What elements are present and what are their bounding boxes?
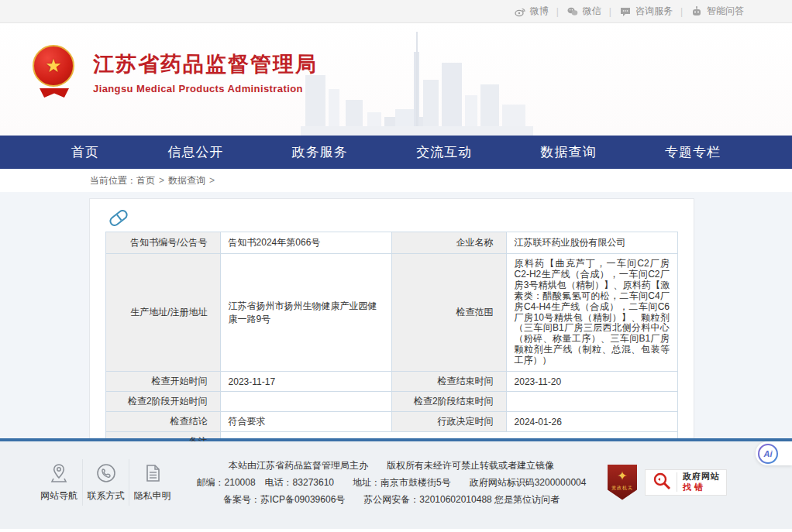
org-title: 江苏省药品监督管理局 xyxy=(93,50,318,78)
table-row: 检查2阶段开始时间 检查2阶段结束时间 xyxy=(106,392,678,412)
topbar-separator: | xyxy=(556,6,559,17)
phone-icon xyxy=(95,462,117,484)
address-value: 江苏省扬州市扬州生物健康产业园健康一路9号 xyxy=(220,254,391,372)
nav-item-gov-services[interactable]: 政务服务 xyxy=(292,143,348,161)
brand-block: ★ 江苏省药品监督管理局 Jiangsu Medical Products Ad… xyxy=(33,45,318,99)
capsule-pill-icon xyxy=(108,208,129,228)
privacy-link[interactable]: 隐私申明 xyxy=(129,459,175,506)
emblem-star-icon: ★ xyxy=(45,57,62,75)
find-error-top-label: 政府网站 xyxy=(683,472,720,481)
notice-no-label: 告知书编号/公告号 xyxy=(106,232,221,254)
weibo-icon xyxy=(514,5,526,18)
nav-item-data-query[interactable]: 数据查询 xyxy=(541,143,597,161)
table-row: 生产地址/注册地址 江苏省扬州市扬州生物健康产业园健康一路9号 检查范围 原料药… xyxy=(106,254,678,372)
table-row: 检查开始时间 2023-11-17 检查结束时间 2023-11-20 xyxy=(106,372,678,392)
company-label: 企业名称 xyxy=(391,232,506,254)
scope-label: 检查范围 xyxy=(391,254,506,372)
weibo-link[interactable]: 微博 xyxy=(514,5,549,18)
footer-line-2: 邮编：210008 电话：83273610 地址：南京市鼓楼街5号 政府网站标识… xyxy=(175,474,608,491)
breadcrumb-data-query-link[interactable]: 数据查询 xyxy=(168,174,205,187)
stage2-end-label: 检查2阶段结束时间 xyxy=(391,392,506,412)
main-content: 告知书编号/公告号 告知书2024年第066号 企业名称 江苏联环药业股份有限公… xyxy=(0,192,792,438)
site-header: ★ 江苏省药品监督管理局 Jiangsu Medical Products Ad… xyxy=(0,23,792,136)
scope-value: 原料药【曲克芦丁，一车间C2厂房C2-H2生产线（合成），一车间C2厂房3号精烘… xyxy=(506,254,677,372)
start-date-label: 检查开始时间 xyxy=(106,372,221,392)
decision-date-label: 行政决定时间 xyxy=(391,412,506,432)
consult-service-label: 咨询服务 xyxy=(635,5,673,18)
chat-bubble-icon xyxy=(619,5,632,18)
shield-label: 党政机关 xyxy=(611,485,633,492)
contact-link[interactable]: 联系方式 xyxy=(82,459,129,506)
end-date-label: 检查结束时间 xyxy=(391,372,506,392)
wechat-link[interactable]: 微信 xyxy=(566,5,601,18)
party-gov-agency-badge[interactable]: ✦ 党政机关 xyxy=(608,465,637,500)
consult-service-link[interactable]: 咨询服务 xyxy=(619,5,673,18)
record-detail-panel: 告知书编号/公告号 告知书2024年第066号 企业名称 江苏联环药业股份有限公… xyxy=(89,198,694,462)
ai-icon: Ai xyxy=(758,444,778,464)
table-row: 告知书编号/公告号 告知书2024年第066号 企业名称 江苏联环药业股份有限公… xyxy=(106,232,678,254)
footer-quick-links: 网站导航 联系方式 隐私申明 xyxy=(36,459,175,506)
map-pin-icon xyxy=(48,462,70,484)
smart-qa-label: 智能问答 xyxy=(707,5,744,18)
site-map-label: 网站导航 xyxy=(40,489,77,503)
find-error-bottom-label: 找错 xyxy=(683,483,720,492)
stage2-start-label: 检查2阶段开始时间 xyxy=(106,392,221,412)
site-footer: 网站导航 联系方式 隐私申明 本站由江苏省药品监督管理局主办 版权所有未经许可禁… xyxy=(0,441,792,529)
top-utility-bar: 微博 | 微信 | 咨询服务 | 智能问答 xyxy=(0,0,792,23)
breadcrumb-separator: > xyxy=(159,175,164,186)
contact-label: 联系方式 xyxy=(88,489,125,503)
stage2-start-value xyxy=(220,392,391,412)
footer-badges: ✦ 党政机关 政府网站 找错 xyxy=(608,465,727,500)
robot-icon xyxy=(690,5,703,18)
ai-assistant-button[interactable]: Ai xyxy=(756,441,792,465)
city-skyline-graphic xyxy=(301,29,533,136)
company-value: 江苏联环药业股份有限公司 xyxy=(506,232,677,254)
table-row: 检查结论 符合要求 行政决定时间 2024-01-26 xyxy=(106,412,678,432)
notice-no-value: 告知书2024年第066号 xyxy=(220,232,391,254)
weibo-label: 微博 xyxy=(530,5,549,18)
address-label: 生产地址/注册地址 xyxy=(106,254,221,372)
footer-line-1: 本站由江苏省药品监督管理局主办 版权所有未经许可禁止转载或者建立镜像 xyxy=(175,457,608,474)
topbar-separator: | xyxy=(609,6,611,17)
start-date-value: 2023-11-17 xyxy=(220,372,391,392)
nav-item-special-topics[interactable]: 专题专栏 xyxy=(665,143,721,161)
nav-item-home[interactable]: 首页 xyxy=(71,143,99,161)
shield-emblem-icon: ✦ xyxy=(617,470,627,482)
wechat-label: 微信 xyxy=(583,5,601,18)
conclusion-label: 检查结论 xyxy=(106,412,221,432)
magnifier-icon xyxy=(652,471,672,494)
privacy-label: 隐私申明 xyxy=(134,489,171,503)
end-date-value: 2023-11-20 xyxy=(506,372,677,392)
ai-label: Ai xyxy=(764,449,773,458)
conclusion-value: 符合要求 xyxy=(220,412,391,432)
primary-nav: 首页 信息公开 政务服务 交流互动 数据查询 专题专栏 xyxy=(0,136,792,169)
nav-item-interaction[interactable]: 交流互动 xyxy=(416,143,472,161)
topbar-separator: | xyxy=(680,6,683,17)
decision-date-value: 2024-01-26 xyxy=(506,412,677,432)
privacy-doc-icon xyxy=(142,462,164,484)
smart-qa-link[interactable]: 智能问答 xyxy=(690,5,744,18)
footer-info-text: 本站由江苏省药品监督管理局主办 版权所有未经许可禁止转载或者建立镜像 邮编：21… xyxy=(175,457,608,508)
wechat-icon xyxy=(566,5,579,18)
national-emblem-logo: ★ xyxy=(33,45,76,99)
gov-site-find-error-badge[interactable]: 政府网站 找错 xyxy=(645,469,727,496)
inspection-record-table: 告知书编号/公告号 告知书2024年第066号 企业名称 江苏联环药业股份有限公… xyxy=(105,232,678,452)
breadcrumb-separator: > xyxy=(209,175,215,186)
org-title-english: Jiangsu Medical Products Administration xyxy=(93,83,318,94)
breadcrumb-prefix: 当前位置： xyxy=(90,174,136,187)
site-map-link[interactable]: 网站导航 xyxy=(36,459,82,506)
breadcrumb: 当前位置： 首页 > 数据查询 > xyxy=(0,169,792,192)
stage2-end-value xyxy=(506,392,677,412)
breadcrumb-home-link[interactable]: 首页 xyxy=(136,174,155,187)
nav-item-info-disclosure[interactable]: 信息公开 xyxy=(167,143,223,161)
footer-line-3: 备案号：苏ICP备09039606号 苏公网安备：32010602010488 … xyxy=(175,491,608,508)
